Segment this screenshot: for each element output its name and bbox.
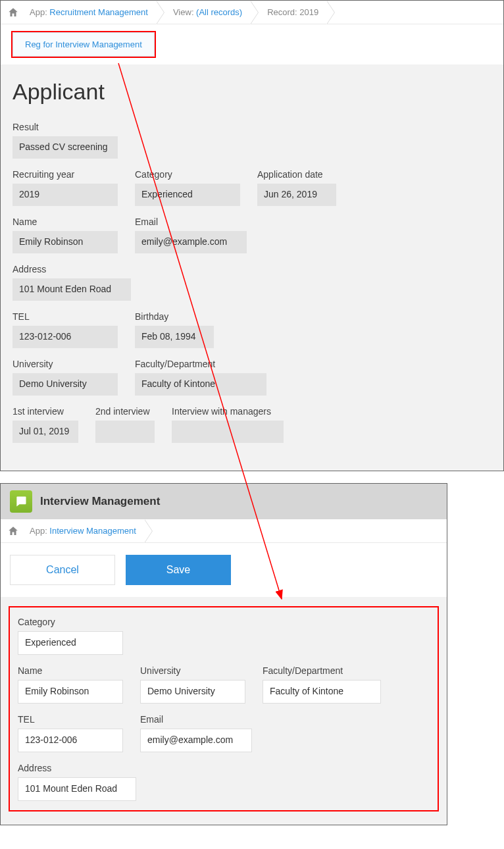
- field-interview2: 2nd interview: [95, 406, 155, 443]
- value-category-2[interactable]: Experienced: [18, 631, 123, 655]
- field-university: University Demo University: [13, 359, 118, 396]
- action-row: Reg for Interview Management: [1, 24, 503, 64]
- interview-form: Category Experienced Name Emily Robinson…: [1, 597, 447, 825]
- app-header-title: Interview Management: [40, 495, 160, 508]
- app-prefix-2: App:: [30, 526, 49, 536]
- label-application-date: Application date: [257, 169, 336, 180]
- value-faculty: Faculty of Kintone: [135, 373, 266, 396]
- applicant-panel: App: Recruitment Management View: (All r…: [0, 0, 504, 471]
- field-interview1: 1st interview Jul 01, 2019: [13, 406, 78, 443]
- field-name-2: Name Emily Robinson: [18, 665, 123, 704]
- value-university: Demo University: [13, 373, 118, 396]
- label-interview2: 2nd interview: [95, 406, 155, 417]
- record-label: Record: 2019: [267, 7, 318, 17]
- page-title: Applicant: [13, 79, 491, 105]
- field-email-2: Email emily@example.com: [140, 714, 252, 752]
- app-header: Interview Management: [1, 484, 447, 519]
- label-email: Email: [135, 217, 247, 227]
- label-faculty-2: Faculty/Department: [263, 665, 381, 676]
- label-tel-2: TEL: [18, 714, 123, 725]
- value-recruiting-year: 2019: [13, 184, 118, 206]
- breadcrumb-view[interactable]: View: (All records): [159, 1, 253, 24]
- cancel-button[interactable]: Cancel: [10, 555, 115, 585]
- label-name-2: Name: [18, 665, 123, 676]
- label-name: Name: [13, 217, 118, 227]
- breadcrumb-record: Record: 2019: [253, 1, 329, 24]
- value-email-2[interactable]: emily@example.com: [140, 729, 252, 752]
- value-faculty-2[interactable]: Faculty of Kintone: [263, 680, 381, 704]
- value-application-date: Jun 26, 2019: [257, 184, 336, 206]
- field-address-2: Address 101 Mount Eden Road: [18, 763, 136, 801]
- home-icon[interactable]: [7, 525, 19, 537]
- value-birthday: Feb 08, 1994: [135, 326, 214, 348]
- field-result: Result Passed CV screening: [13, 122, 118, 159]
- field-faculty: Faculty/Department Faculty of Kintone: [135, 359, 266, 396]
- view-prefix: View:: [173, 7, 196, 17]
- value-university-2[interactable]: Demo University: [140, 680, 245, 704]
- field-category-2: Category Experienced: [18, 617, 123, 655]
- value-name: Emily Robinson: [13, 231, 118, 253]
- save-button[interactable]: Save: [126, 555, 231, 585]
- field-university-2: University Demo University: [140, 665, 245, 704]
- value-email: emily@example.com: [135, 231, 247, 253]
- value-address: 101 Mount Eden Road: [13, 278, 131, 301]
- breadcrumb-app[interactable]: App: Recruitment Management: [22, 1, 159, 24]
- field-address: Address 101 Mount Eden Road: [13, 264, 131, 301]
- value-interview-mgr: [172, 421, 284, 443]
- field-application-date: Application date Jun 26, 2019: [257, 169, 336, 206]
- field-interview-mgr: Interview with managers: [172, 406, 284, 443]
- field-category: Category Experienced: [135, 169, 240, 206]
- field-email: Email emily@example.com: [135, 217, 247, 253]
- field-tel: TEL 123-012-006: [13, 311, 118, 348]
- label-birthday: Birthday: [135, 311, 214, 322]
- label-recruiting-year: Recruiting year: [13, 169, 118, 180]
- chat-icon: [10, 490, 32, 513]
- value-interview1: Jul 01, 2019: [13, 421, 78, 443]
- applicant-form: Applicant Result Passed CV screening Rec…: [1, 64, 503, 471]
- field-birthday: Birthday Feb 08, 1994: [135, 311, 214, 348]
- value-tel-2[interactable]: 123-012-006: [18, 729, 123, 752]
- field-tel-2: TEL 123-012-006: [18, 714, 123, 752]
- breadcrumb-app-2[interactable]: App: Interview Management: [22, 519, 147, 543]
- breadcrumb: App: Recruitment Management View: (All r…: [1, 1, 503, 24]
- value-result: Passed CV screening: [13, 136, 118, 159]
- label-address-2: Address: [18, 763, 136, 773]
- breadcrumb-2: App: Interview Management: [1, 519, 447, 543]
- label-email-2: Email: [140, 714, 252, 725]
- label-interview1: 1st interview: [13, 406, 78, 417]
- label-faculty: Faculty/Department: [135, 359, 266, 369]
- label-university-2: University: [140, 665, 245, 676]
- app-prefix: App:: [30, 7, 49, 17]
- app-link-2[interactable]: Interview Management: [49, 526, 136, 536]
- label-result: Result: [13, 122, 118, 132]
- value-address-2[interactable]: 101 Mount Eden Road: [18, 777, 136, 801]
- value-interview2: [95, 421, 155, 443]
- label-university: University: [13, 359, 118, 369]
- label-address: Address: [13, 264, 131, 274]
- value-tel: 123-012-006: [13, 326, 118, 348]
- view-link[interactable]: (All records): [196, 7, 242, 17]
- home-icon[interactable]: [7, 7, 19, 18]
- value-name-2[interactable]: Emily Robinson: [18, 680, 123, 704]
- interview-panel: Interview Management App: Interview Mana…: [0, 483, 447, 825]
- field-recruiting-year: Recruiting year 2019: [13, 169, 118, 206]
- field-name: Name Emily Robinson: [13, 217, 118, 253]
- app-link[interactable]: Recruitment Management: [49, 7, 148, 17]
- label-category: Category: [135, 169, 240, 180]
- label-tel: TEL: [13, 311, 118, 322]
- field-faculty-2: Faculty/Department Faculty of Kintone: [263, 665, 381, 704]
- reg-interview-button[interactable]: Reg for Interview Management: [13, 32, 155, 57]
- highlighted-fields: Category Experienced Name Emily Robinson…: [9, 606, 439, 811]
- button-row: Cancel Save: [1, 543, 447, 597]
- label-interview-mgr: Interview with managers: [172, 406, 284, 417]
- value-category: Experienced: [135, 184, 240, 206]
- label-category-2: Category: [18, 617, 123, 627]
